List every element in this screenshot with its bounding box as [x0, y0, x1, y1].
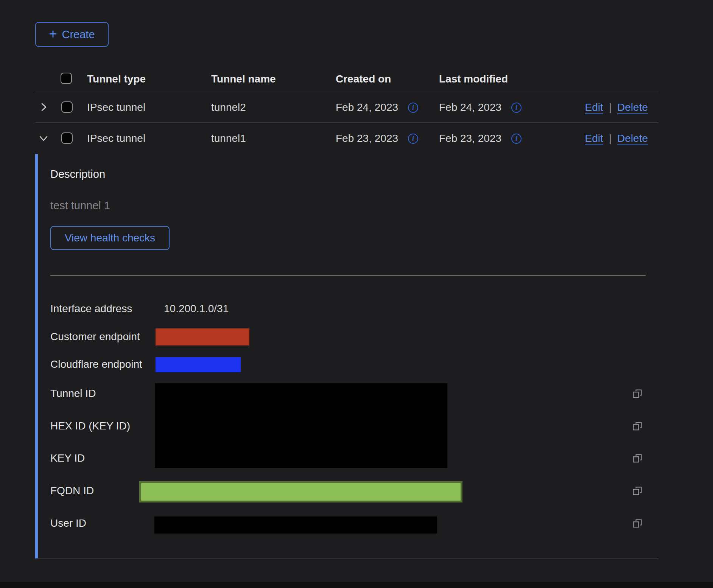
cloudflare-endpoint-label: Cloudflare endpoint	[50, 357, 142, 372]
customer-endpoint-label: Customer endpoint	[50, 329, 140, 344]
column-header-tunnel-name: Tunnel name	[211, 72, 276, 87]
bottom-edge-strip	[0, 582, 713, 588]
select-row-checkbox[interactable]	[61, 132, 73, 144]
key-id-label: KEY ID	[50, 451, 85, 466]
info-icon[interactable]: i	[408, 103, 418, 113]
select-all-checkbox[interactable]	[61, 73, 72, 84]
edit-link[interactable]: Edit	[585, 100, 603, 115]
fqdn-id-label: FQDN ID	[50, 483, 94, 498]
row-actions: Edit | Delete	[585, 131, 648, 146]
interface-address-label: Interface address	[50, 301, 132, 316]
delete-link[interactable]: Delete	[617, 100, 648, 115]
created-on-value: Feb 23, 2023	[336, 131, 398, 146]
info-icon[interactable]: i	[511, 103, 522, 113]
last-modified-value: Feb 24, 2023	[439, 100, 501, 115]
tunnel-id-label: Tunnel ID	[50, 386, 96, 401]
select-row-checkbox[interactable]	[61, 101, 73, 113]
panel-divider	[50, 275, 646, 275]
ids-redacted-block	[155, 383, 447, 468]
chevron-down-icon[interactable]	[38, 133, 49, 145]
fqdn-id-redacted-value	[139, 481, 462, 502]
row-actions: Edit | Delete	[585, 100, 648, 115]
created-on-value: Feb 24, 2023	[336, 100, 398, 115]
created-on-cell: Feb 24, 2023 i	[336, 100, 418, 115]
last-modified-cell: Feb 24, 2023 i	[439, 100, 522, 115]
info-icon[interactable]: i	[408, 134, 418, 144]
last-modified-cell: Feb 23, 2023 i	[439, 131, 522, 146]
column-header-last-modified: Last modified	[439, 72, 508, 87]
create-button-label: Create	[62, 28, 95, 41]
actions-separator: |	[609, 100, 612, 115]
cloudflare-endpoint-redacted-value	[156, 357, 241, 372]
copy-fqdn-id-button[interactable]	[632, 485, 643, 497]
plus-icon: +	[49, 27, 57, 41]
user-id-redacted-value	[154, 516, 437, 534]
view-health-checks-button[interactable]: View health checks	[50, 226, 170, 250]
row-divider	[35, 122, 659, 123]
chevron-right-icon[interactable]	[39, 101, 49, 114]
tunnel-name-cell: tunnel2	[211, 100, 246, 115]
tunnel-name-cell: tunnel1	[211, 131, 246, 146]
column-header-created-on: Created on	[336, 72, 391, 87]
copy-user-id-button[interactable]	[632, 518, 643, 529]
user-id-label: User ID	[50, 516, 86, 531]
delete-link[interactable]: Delete	[617, 131, 648, 146]
created-on-cell: Feb 23, 2023 i	[336, 131, 418, 146]
copy-hex-id-button[interactable]	[632, 421, 643, 432]
header-divider	[35, 91, 659, 91]
tunnel-type-cell: IPsec tunnel	[87, 100, 145, 115]
customer-endpoint-redacted-value	[156, 328, 249, 345]
create-button[interactable]: + Create	[35, 22, 109, 47]
description-value: test tunnel 1	[50, 198, 110, 213]
hex-id-label: HEX ID (KEY ID)	[50, 418, 130, 434]
edit-link[interactable]: Edit	[585, 131, 603, 146]
last-modified-value: Feb 23, 2023	[439, 131, 501, 146]
description-label: Description	[50, 166, 105, 182]
tunnel-type-cell: IPsec tunnel	[87, 131, 145, 146]
copy-key-id-button[interactable]	[632, 453, 643, 464]
actions-separator: |	[609, 131, 612, 146]
tunnels-page: { "colors": { "page_background": "#1d1d1…	[0, 0, 713, 588]
interface-address-value: 10.200.1.0/31	[164, 301, 229, 316]
copy-tunnel-id-button[interactable]	[632, 388, 643, 400]
column-header-tunnel-type: Tunnel type	[87, 72, 146, 87]
info-icon[interactable]: i	[511, 134, 522, 144]
